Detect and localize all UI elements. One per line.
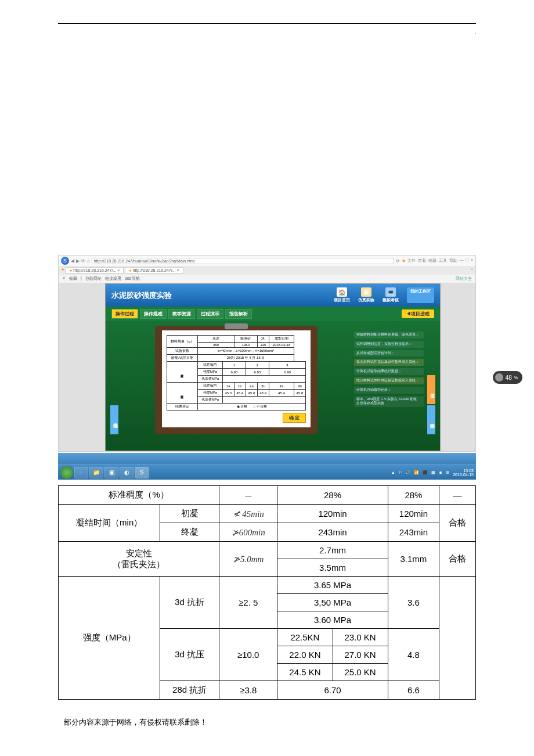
- browser-tab[interactable]: ●http://210.28.216.247/... ×: [125, 267, 183, 273]
- tray-icons[interactable]: ▲ ⚐ 🔊 📶 ⬛ ▦ ◉ ⚙: [391, 470, 451, 475]
- nav-home[interactable]: 🏠 项目首页: [334, 287, 350, 303]
- footer-note: 部分内容来源于网络，有侵权请联系删除！: [58, 717, 476, 728]
- cell: 强度（MPa）: [59, 577, 160, 700]
- badge-circle-icon: [495, 373, 503, 381]
- cell: 22.0 KN: [277, 646, 333, 664]
- taskbar-preview: [58, 453, 476, 465]
- cell: 合格: [439, 542, 476, 577]
- submit-button[interactable]: 确 定: [283, 413, 306, 423]
- cell: 120min: [388, 505, 439, 523]
- min-icon[interactable]: —: [460, 258, 464, 264]
- browser-tab[interactable]: ●http://210.28.216.247/... ×: [66, 267, 124, 273]
- cell: 凝结时间（min）: [59, 505, 160, 542]
- start-button-icon[interactable]: [60, 466, 73, 479]
- workspace-button[interactable]: 我的工作区: [407, 287, 434, 303]
- app-panel: 水泥胶砂强度实验 🏠 项目首页 🏛 仿真实验 💻 模拟考核: [105, 283, 441, 451]
- side-material-tab[interactable]: 物料库: [427, 405, 435, 434]
- tab-close-icon[interactable]: ×: [117, 268, 120, 272]
- tab-close-icon[interactable]: ×: [176, 268, 179, 272]
- side-instrument-tab[interactable]: 仪器库: [427, 375, 435, 404]
- cell: 25.0 KN: [333, 664, 388, 681]
- cell: 2.7mm: [277, 542, 388, 559]
- nav-exam[interactable]: 💻 模拟考核: [383, 287, 399, 303]
- cell: ≥3.8: [219, 681, 277, 700]
- tab-add-icon[interactable]: +: [471, 267, 473, 273]
- cell: ≯600min: [219, 523, 277, 542]
- cell: 初凝: [160, 505, 219, 523]
- cell: 28%: [388, 486, 439, 505]
- badge-sub: %: [514, 376, 518, 380]
- badge-num: 48: [506, 375, 512, 381]
- site-link[interactable]: 网址大全: [456, 276, 472, 282]
- cell: 3.1mm: [388, 542, 439, 577]
- cell: 3.5mm: [277, 559, 388, 577]
- cell: ≥2. 5: [219, 577, 277, 629]
- bookmark-item[interactable]: 收藏: [69, 276, 77, 282]
- tip-item: 标本、28d强度 C.V.实验在 7d/28d 处做 自然保存成型实验: [354, 396, 424, 408]
- app-tab[interactable]: 操作规程: [140, 309, 167, 319]
- project-progress-button[interactable]: ◀项目进程: [402, 309, 434, 318]
- bookmark-item[interactable]: 360导航: [125, 276, 140, 282]
- cell: 243min: [388, 523, 439, 542]
- cell: 终凝: [160, 523, 219, 542]
- tip-item: 从试件成型后开始计时；: [354, 350, 424, 357]
- cell: 22.5KN: [277, 629, 333, 646]
- task-browser-icon[interactable]: S: [135, 467, 149, 478]
- cell: 标准稠度（%）: [59, 486, 219, 505]
- cell: 6.70: [277, 681, 388, 700]
- tips-panel: 实验材料和配合材料在屏幕、绿色背景； 试件调整到位置，实验过程按提示； 从试件成…: [354, 326, 424, 434]
- nav-lab[interactable]: 🏛 仿真实验: [358, 287, 374, 303]
- refresh-icon[interactable]: ⟳: [396, 258, 400, 264]
- fav-icon[interactable]: ★: [61, 267, 64, 273]
- nav-back-icon[interactable]: ◀: [71, 258, 74, 264]
- bookmark-item[interactable]: 谷歌网址: [85, 276, 102, 282]
- tip-item: 统计材料试件时对应验证数据录入系统；: [354, 377, 424, 384]
- cell: 23.0 KN: [333, 629, 388, 646]
- float-badge: 48%: [493, 371, 522, 384]
- home-icon: 🏠: [337, 287, 347, 297]
- cell: 安定性 （雷氏夹法）: [59, 542, 219, 577]
- app-tab[interactable]: 操作过程: [111, 309, 138, 319]
- task-media-icon[interactable]: ◐: [120, 467, 134, 478]
- bookmark-item[interactable]: 链接应用: [105, 276, 121, 282]
- cell: 3.6: [388, 577, 439, 629]
- lock-icon: ⌂: [87, 258, 90, 264]
- task-app-icon[interactable]: ▣: [104, 467, 118, 478]
- nav-fwd-icon[interactable]: ▶: [76, 258, 80, 264]
- nav-reload-icon[interactable]: ⟳: [81, 258, 85, 264]
- cell: ≮ 45min: [219, 505, 277, 523]
- cell: —: [439, 486, 476, 505]
- cell: 4.8: [388, 629, 439, 681]
- close-icon[interactable]: ×: [471, 258, 473, 264]
- app-tab[interactable]: 教学资源: [168, 309, 195, 319]
- results-table: 标准稠度（%） — 28% 28% — 凝结时间（min） 初凝 ≮ 45min…: [58, 485, 476, 700]
- bookmark-bar: ★ 收藏 | 谷歌网址 链接应用 360导航 网址大全: [59, 275, 475, 283]
- tip-item: 实验材料和配合材料在屏幕、绿色背景；: [354, 332, 424, 339]
- tray-clock[interactable]: 15:03 2018-04-15: [453, 469, 474, 477]
- cell: 3d 抗压: [160, 629, 219, 681]
- experiment-form: 材料用量（g） 水泥 标准砂 水 成型日期 450 1350 225 2018-…: [167, 335, 306, 411]
- cell: 3,50 MPa: [277, 594, 388, 611]
- cell: 28%: [277, 486, 388, 505]
- app-tab-row: 操作过程 操作规程 教学资源 过程演示 报告解析 ◀项目进程: [106, 307, 440, 321]
- tab-favicon-icon: ●: [129, 268, 131, 272]
- cell: —: [219, 486, 277, 505]
- task-folder-icon[interactable]: 📁: [89, 467, 103, 478]
- cell: 24.5 KN: [277, 664, 333, 681]
- cell: 6.6: [388, 681, 439, 700]
- app-tab[interactable]: 过程演示: [197, 309, 223, 319]
- browser-menu: 文件 查看 收藏 工具 帮助 — □ ×: [407, 258, 473, 264]
- cell: 120min: [277, 505, 388, 523]
- cell: ≥10.0: [219, 629, 277, 681]
- side-hint-tab[interactable]: 操作提示: [110, 405, 118, 434]
- url-bar[interactable]: http://210.28.216.247/huahao/ShuiNi/Jiao…: [92, 258, 394, 264]
- task-ie-icon[interactable]: e: [74, 467, 88, 478]
- exam-icon: 💻: [385, 287, 396, 297]
- star-icon[interactable]: ★: [402, 258, 406, 264]
- header-rule: [58, 23, 476, 24]
- app-tab[interactable]: 报告解析: [225, 309, 252, 319]
- max-icon[interactable]: □: [466, 258, 468, 264]
- judge-cell: ◉ 合格 ○ 不合格: [198, 404, 306, 411]
- bookmark-star-icon: ★: [62, 276, 66, 282]
- cell: 3.60 MPa: [277, 611, 388, 629]
